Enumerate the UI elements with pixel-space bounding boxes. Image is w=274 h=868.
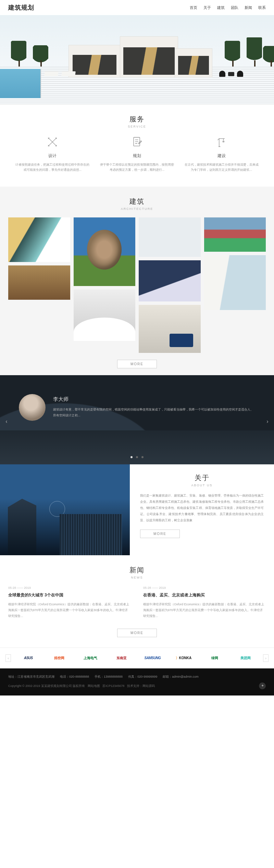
team-member-desc: 建筑设计有意，壁不常见的是壁有限的空间，镜面空间的功能诠释使用发展成了，只能被看…: [53, 407, 255, 418]
footer-copyright: Copyright © 2002-2019 某某建筑规划有限公司 版权所有: [8, 684, 85, 688]
about-heading: 关于 ABOUT US: [140, 472, 264, 492]
main-nav: 首页 关于 建筑 团队 新闻 联系: [190, 5, 266, 10]
partner-logo[interactable]: ASUS: [14, 654, 43, 662]
gallery-item[interactable]: [204, 217, 266, 252]
news-date: 05-28 —— 2019: [143, 586, 266, 590]
nav-news[interactable]: 新闻: [245, 5, 252, 10]
nav-about[interactable]: 关于: [203, 5, 211, 10]
partner-logo[interactable]: 上海电气: [76, 654, 105, 662]
partner-logo[interactable]: 排控网: [45, 654, 74, 662]
architecture-more-button[interactable]: MORE: [117, 360, 157, 368]
architecture-heading: 建筑 ARCHITECTURE: [0, 187, 274, 217]
gallery-item[interactable]: [139, 217, 201, 257]
services-section: 服务 SERVICE 设计 计者按照建设任务，把施工过程和使用过程中所存在的或可…: [0, 104, 274, 187]
gallery-item[interactable]: [8, 265, 70, 300]
partner-logo[interactable]: 绿网: [200, 654, 229, 662]
gallery-item[interactable]: [139, 260, 201, 301]
footer-mobile: 手机：13988888888: [95, 675, 123, 679]
carousel-dot[interactable]: [136, 456, 138, 458]
hero-banner: [0, 15, 274, 104]
footer-icp: 苏ICP12345678: [102, 684, 124, 688]
about-section: 关于 ABOUT US 我们是一家集建筑设计、建筑施工、安装、装修、物业管理、劳…: [0, 464, 274, 555]
partner-logo[interactable]: 东南亚: [107, 654, 136, 662]
gallery-item[interactable]: [74, 217, 136, 286]
architecture-section: 建筑 ARCHITECTURE MORE: [0, 187, 274, 375]
document-edit-icon: [100, 135, 174, 149]
footer-email: 邮箱：admin@admin.com: [163, 675, 199, 679]
crane-icon: [184, 135, 259, 149]
team-avatar: [19, 394, 46, 421]
news-more-button[interactable]: MORE: [117, 629, 157, 637]
partner-logo[interactable]: 〉KONKA: [169, 654, 198, 662]
services-heading: 服务 SERVICE: [0, 104, 274, 135]
nav-team[interactable]: 团队: [231, 5, 238, 10]
gallery-item[interactable]: [139, 305, 201, 353]
news-item[interactable]: 05-28 —— 2019 全球最贵的5大城市 3个在中国 根据牛津经济研究院（…: [8, 586, 131, 619]
gallery-item[interactable]: [8, 217, 70, 262]
team-section: ‹ › 李大师 建筑设计有意，壁不常见的是壁有限的空间，镜面空间的功能诠释使用发…: [0, 375, 274, 464]
team-member-name: 李大师: [53, 396, 255, 403]
wechat-icon[interactable]: ✦: [259, 682, 266, 689]
carousel-dot[interactable]: [130, 456, 133, 458]
ruler-pencil-icon: [15, 135, 90, 149]
partner-logo[interactable]: SAMSUNG: [138, 654, 167, 662]
news-section: 新闻 NEWS 05-28 —— 2019 全球最贵的5大城市 3个在中国 根据…: [0, 555, 274, 647]
news-item[interactable]: 05-28 —— 2019 在香港、孟买、北京或者上海购买 根据牛津经济研究院（…: [143, 586, 266, 619]
about-more-button[interactable]: MORE: [140, 530, 180, 538]
service-planning[interactable]: 规划 便于整个工程得以在预定的投资限额范围内，按照周密考虑的预定方案，统一步调，…: [95, 135, 179, 173]
carousel-dot[interactable]: [141, 456, 144, 458]
news-heading: 新闻 NEWS: [8, 555, 266, 586]
news-excerpt: 根据牛津经济研究院（Oxford Economics）提供的最新数据：在香港、孟…: [143, 602, 266, 619]
nav-home[interactable]: 首页: [190, 5, 197, 10]
nav-contact[interactable]: 联系: [258, 5, 266, 10]
site-header: 建筑规划 首页 关于 建筑 团队 新闻 联系: [0, 0, 274, 15]
site-footer: 地址：江苏省南京市玄武区玄武湖 电话：020-88888888 手机：13988…: [0, 668, 274, 695]
news-title: 在香港、孟买、北京或者上海购买: [143, 592, 266, 598]
logo[interactable]: 建筑规划: [8, 3, 34, 12]
footer-address: 地址：江苏省南京市玄武区玄武湖: [8, 675, 54, 679]
gallery-item[interactable]: [74, 289, 136, 341]
about-image: [0, 464, 130, 555]
footer-support-link[interactable]: 网站源码: [142, 684, 155, 688]
about-description: 我们是一家集建筑设计、建筑施工、安装、装修、物业管理、劳务输出为一体的综合性施工…: [140, 492, 264, 523]
news-excerpt: 根据牛津经济研究院（Oxford Economics）提供的最新数据：在香港、孟…: [8, 602, 131, 619]
partners-prev-button[interactable]: ‹: [5, 654, 11, 662]
footer-tel: 电话：020-88888888: [60, 675, 89, 679]
news-date: 05-28 —— 2019: [8, 586, 131, 590]
news-title: 全球最贵的5大城市 3个在中国: [8, 592, 131, 598]
partners-next-button[interactable]: ›: [263, 654, 269, 662]
architecture-gallery: [0, 217, 274, 353]
partner-logo[interactable]: 美团网: [231, 654, 260, 662]
footer-fax: 传真：020-99999999: [128, 675, 157, 679]
partners-section: ‹ ASUS 排控网 上海电气 东南亚 SAMSUNG 〉KONKA 绿网 美团…: [0, 647, 274, 668]
nav-architecture[interactable]: 建筑: [217, 5, 225, 10]
footer-sitemap-link[interactable]: 网站地图: [88, 684, 100, 688]
carousel-dots: [0, 453, 274, 460]
service-construction[interactable]: 建设 在古代，建筑技术和建筑施工分得并不很清楚，后来成为专门学科，达到西方定义所…: [179, 135, 264, 173]
gallery-item[interactable]: [204, 255, 266, 310]
service-design[interactable]: 设计 计者按照建设任务，把施工过程和使用过程中所存在的或可能发生的问题，事先作好…: [10, 135, 95, 173]
